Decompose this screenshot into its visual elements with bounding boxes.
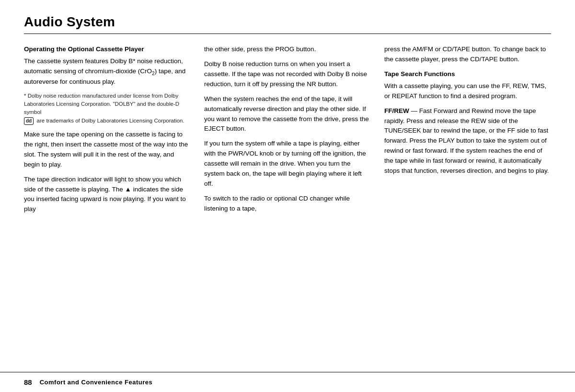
column-3: press the AM/FM or CD/TAPE button. To ch… (384, 45, 551, 219)
col3-para2: With a cassette playing, you can use the… (384, 81, 551, 101)
dolby-symbol: dd (24, 117, 34, 125)
col2-para3: When the system reaches the end of the t… (204, 94, 371, 134)
col2-para4: If you turn the system off while a tape … (204, 139, 371, 189)
col3-para1: press the AM/FM or CD/TAPE button. To ch… (384, 45, 551, 65)
content-area: Operating the Optional Cassette Player T… (24, 45, 551, 219)
bottom-bar: 88 Comfort and Convenience Features (0, 372, 575, 392)
col1-footnote: * Dolby noise reduction manufactured und… (24, 92, 191, 125)
col1-para2: Make sure the tape opening on the casset… (24, 130, 191, 170)
section-heading-tape-search: Tape Search Functions (384, 69, 551, 79)
col3-para3: FF/REW — Fast Forward and Rewind move th… (384, 106, 551, 176)
page-title: Audio System (24, 14, 551, 30)
col2-para5: To switch to the radio or optional CD ch… (204, 194, 371, 214)
page-number: 88 (24, 378, 32, 386)
col1-para1: The cassette system features Dolby B* no… (24, 56, 191, 87)
title-divider (24, 34, 551, 34)
col2-para2: Dolby B noise reduction turns on when yo… (204, 59, 371, 90)
col2-para1: the other side, press the PROG button. (204, 45, 371, 55)
ff-rew-label: FF/REW (384, 107, 409, 114)
column-1: Operating the Optional Cassette Player T… (24, 45, 191, 219)
col1-para3: The tape direction indicator will light … (24, 175, 191, 215)
section-heading-cassette: Operating the Optional Cassette Player (24, 45, 191, 55)
page-container: Audio System Operating the Optional Cass… (0, 0, 575, 392)
column-2: the other side, press the PROG button. D… (204, 45, 371, 219)
bottom-label: Comfort and Convenience Features (40, 379, 153, 386)
